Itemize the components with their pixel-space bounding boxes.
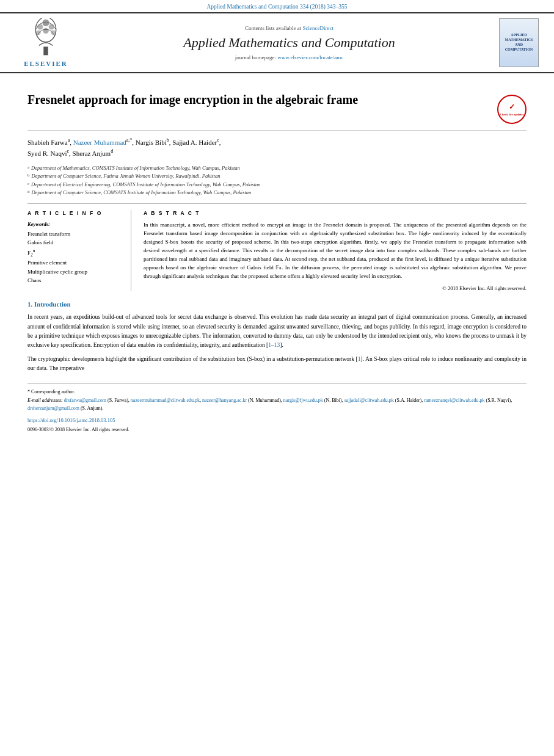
email-line: E-mail addresses: drsfarwa@gmail.com (S.… xyxy=(27,397,527,413)
svg-point-7 xyxy=(51,31,55,35)
check-updates-icon: ✓ xyxy=(509,103,515,112)
email-label: E-mail addresses: xyxy=(27,398,63,403)
affil-c: c Department of Electrical Engineering, … xyxy=(27,181,527,189)
corresponding-author-note: * Corresponding author. xyxy=(27,388,527,396)
doi-url[interactable]: https://doi.org/10.1016/j.amc.2018.03.10… xyxy=(27,417,115,423)
affil-b: b Department of Computer Science, Fatima… xyxy=(27,172,527,181)
email-addresses: drsfarwa@gmail.com xyxy=(64,398,106,403)
ref-link-1-13[interactable]: 1–13 xyxy=(268,342,280,348)
intro-paragraph-1: In recent years, an expeditious build-ou… xyxy=(27,313,527,350)
info-abstract-columns: A R T I C L E I N F O Keywords: Fresnele… xyxy=(27,203,527,292)
journal-header: ELSEVIER Contents lists available at Sci… xyxy=(0,12,554,73)
journal-cover-thumbnail: APPLIED MATHEMATICS AND COMPUTATION xyxy=(499,18,539,67)
journal-reference-bar: Applied Mathematics and Computation 334 … xyxy=(0,0,554,12)
sciencedirect-link[interactable]: ScienceDirect xyxy=(303,25,333,31)
svg-point-5 xyxy=(36,31,40,35)
author-naqvi: Syed R. Naqvi xyxy=(27,150,67,157)
journal-header-center: Contents lists available at ScienceDirec… xyxy=(86,25,493,60)
svg-point-2 xyxy=(37,24,43,29)
affil-d: d Department of Computer Science, COMSAT… xyxy=(27,189,527,197)
email-hanyang: nazeer@hanyang.ac.kr xyxy=(202,398,247,403)
check-updates-badge: ✓ Check for updates xyxy=(497,95,527,124)
doi-line: https://doi.org/10.1016/j.amc.2018.03.10… xyxy=(27,416,527,425)
elsevier-tree-icon xyxy=(21,18,70,58)
journal-title: Applied Mathematics and Computation xyxy=(86,35,493,51)
svg-point-4 xyxy=(49,24,54,29)
journal-logo-area: ELSEVIER xyxy=(12,18,79,67)
article-title: Fresnelet approach for image encryption … xyxy=(27,92,358,107)
svg-point-3 xyxy=(42,20,49,26)
keyword-multiplicative: Multiplicative cyclic group xyxy=(27,267,122,276)
keyword-primitive: Primitive element xyxy=(27,258,122,267)
contents-availability: Contents lists available at ScienceDirec… xyxy=(86,25,493,31)
journal-reference: Applied Mathematics and Computation 334 … xyxy=(206,4,347,10)
authors-section: Shabieh Farwaa, Nazeer Muhammada,*, Narg… xyxy=(27,137,527,159)
intro-paragraph-2: The cryptographic developments highlight… xyxy=(27,355,527,373)
elsevier-wordmark: ELSEVIER xyxy=(24,60,68,67)
homepage-url[interactable]: www.elsevier.com/locate/amc xyxy=(277,54,343,60)
article-info-heading: A R T I C L E I N F O xyxy=(27,210,122,216)
check-updates-label: Check for updates xyxy=(500,113,523,116)
affiliations-section: a Department of Mathematics, COMSATS Ins… xyxy=(27,164,527,197)
author-bibi: Nargis Bibi xyxy=(136,139,167,146)
email-sajjad: sajjadali@ciitwah.edu.pk xyxy=(344,398,394,403)
ref-link-1[interactable]: 1 xyxy=(358,356,361,362)
email-sheraz: drsherzanjum@gmail.com xyxy=(27,405,79,411)
elsevier-logo: ELSEVIER xyxy=(12,18,79,67)
journal-cover-area: APPLIED MATHEMATICS AND COMPUTATION xyxy=(499,18,542,67)
keyword-fresnelet: Fresnelet transform xyxy=(27,230,122,238)
svg-rect-0 xyxy=(43,46,48,55)
svg-point-6 xyxy=(43,28,48,34)
author-farwa: Shabieh Farwa xyxy=(27,139,68,146)
article-info-column: A R T I C L E I N F O Keywords: Fresnele… xyxy=(27,210,131,292)
email-rameez: rameeznanqvi@ciitwah.edu.pk xyxy=(424,398,484,403)
article-title-section: Fresnelet approach for image encryption … xyxy=(27,82,527,131)
abstract-text: In this manuscript, a novel, more effici… xyxy=(144,221,527,281)
keyword-galois: Galois field xyxy=(27,238,122,247)
keyword-chaos: Chaos xyxy=(27,276,122,285)
email-nazeer: nazeermuhammad@ciitwah.edu.pk xyxy=(131,398,200,403)
keywords-heading: Keywords: xyxy=(27,221,122,227)
journal-homepage-line: journal homepage: www.elsevier.com/locat… xyxy=(86,54,493,60)
copyright-bottom: 0096-3003/© 2018 Elsevier Inc. All right… xyxy=(27,426,527,434)
affil-a: a Department of Mathematics, COMSATS Ins… xyxy=(27,164,527,173)
abstract-copyright: © 2018 Elsevier Inc. All rights reserved… xyxy=(144,285,527,291)
abstract-heading: A B S T R A C T xyxy=(144,210,527,216)
footnote-section: * Corresponding author. E-mail addresses… xyxy=(27,383,527,434)
main-content: Fresnelet approach for image encryption … xyxy=(0,73,554,443)
author-haider: Sajjad A. Haider xyxy=(172,139,217,146)
email-nargis: nargis@fjwu.edu.pk xyxy=(283,398,323,403)
author-muhammad: Nazeer Muhammad xyxy=(73,139,126,146)
intro-section-title: 1. Introduction xyxy=(27,300,527,308)
abstract-column: A B S T R A C T In this manuscript, a no… xyxy=(144,210,527,292)
keyword-f2n: F2n xyxy=(27,247,122,259)
author-anjum: Sheraz Anjum xyxy=(73,150,111,157)
